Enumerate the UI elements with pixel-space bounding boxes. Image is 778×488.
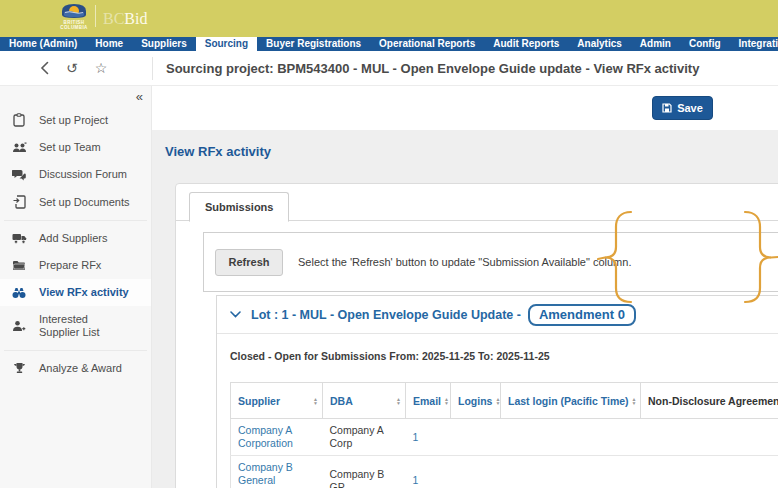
titlebar-actions: ↺ ☆ [0, 61, 152, 75]
dba-cell: Company B GP [323, 456, 406, 488]
column-header-dba[interactable]: DBA▲▼ [323, 383, 406, 419]
trophy-icon [10, 362, 28, 375]
tab-submissions[interactable]: Submissions [189, 192, 289, 222]
dba-cell: Company A Corp [323, 419, 406, 456]
nda-cell [641, 456, 778, 488]
logins-cell [451, 419, 501, 456]
bc-logo-icon [60, 2, 88, 20]
sort-icon[interactable]: ▲▼ [313, 397, 318, 405]
bcbid-app-window: BRITISH COLUMBIA BCBid Home (Admin) Home… [0, 0, 778, 488]
sidebar-item-label: Set up Project [39, 114, 108, 127]
sidebar-item-discussion-forum[interactable]: Discussion Forum [0, 161, 151, 188]
bcbid-wordmark: BCBid [103, 11, 147, 27]
back-icon[interactable] [40, 61, 49, 75]
nav-suppliers[interactable]: Suppliers [132, 37, 196, 51]
column-header-last-login[interactable]: Last login (Pacific Time)▲▼ [501, 383, 641, 419]
last-login-cell [501, 456, 641, 488]
nav-integration[interactable]: Integration [730, 37, 778, 51]
nav-sourcing[interactable]: Sourcing [196, 37, 257, 51]
binoculars-icon [10, 287, 28, 299]
nav-analytics[interactable]: Analytics [568, 37, 630, 51]
lot-section: Lot : 1 - MUL - Open Envelope Guide Upda… [216, 295, 778, 488]
chevron-down-icon[interactable] [230, 311, 241, 318]
nav-audit-reports[interactable]: Audit Reports [484, 37, 568, 51]
section-heading: View RFx activity [165, 144, 271, 159]
nav-home[interactable]: Home [86, 37, 132, 51]
main-navigation: Home (Admin) Home Suppliers Sourcing Buy… [0, 37, 778, 51]
history-icon[interactable]: ↺ [66, 61, 78, 75]
email-count-link[interactable]: 1 [406, 419, 451, 456]
column-header-logins[interactable]: Logins▲▼ [451, 383, 501, 419]
nda-cell [641, 419, 778, 456]
app-header: BRITISH COLUMBIA BCBid [0, 0, 778, 37]
refresh-panel: Refresh Select the 'Refresh' button to u… [203, 232, 778, 292]
sidebar-item-label: Discussion Forum [39, 168, 127, 181]
sidebar-item-set-up-documents[interactable]: Set up Documents [0, 188, 151, 216]
sort-icon[interactable]: ▲▼ [632, 397, 637, 405]
column-header-supplier[interactable]: Supplier▲▼ [231, 383, 323, 419]
nav-buyer-registrations[interactable]: Buyer Registrations [257, 37, 370, 51]
nav-operational-reports[interactable]: Operational Reports [370, 37, 484, 51]
last-login-cell [501, 419, 641, 456]
save-disk-icon [662, 103, 672, 113]
tab-bar: Submissions [176, 184, 778, 221]
sidebar-item-label: Add Suppliers [39, 232, 108, 245]
titlebar-divider [152, 57, 153, 80]
email-count-link[interactable]: 1 [406, 456, 451, 488]
refresh-instruction: Select the 'Refresh' button to update "S… [298, 256, 631, 268]
truck-icon [10, 233, 28, 244]
lot-header[interactable]: Lot : 1 - MUL - Open Envelope Guide Upda… [217, 296, 778, 334]
action-strip: Save [152, 86, 778, 130]
sidebar-item-add-suppliers[interactable]: Add Suppliers [0, 225, 151, 252]
sidebar-item-label: Prepare RFx [39, 259, 101, 272]
sidebar-item-label: Interested Supplier List [39, 313, 131, 339]
project-sidebar: « Set up Project Set up Team Discussion … [0, 86, 152, 488]
brand-area[interactable]: BRITISH COLUMBIA BCBid [60, 2, 147, 30]
favorite-star-icon[interactable]: ☆ [95, 61, 108, 75]
brand-divider [95, 5, 96, 27]
column-header-nda: Non-Disclosure Agreement [641, 383, 778, 419]
sort-icon[interactable]: ▲▼ [396, 397, 401, 405]
person-add-icon [10, 320, 28, 332]
page-title: Sourcing project: BPM543400 - MUL - Open… [152, 61, 699, 76]
lot-title: Lot : 1 - MUL - Open Envelope Guide Upda… [251, 308, 521, 322]
title-bar: ↺ ☆ Sourcing project: BPM543400 - MUL - … [0, 51, 778, 86]
sort-icon[interactable]: ▲▼ [444, 397, 449, 405]
table-row: Company A Corporation Company A Corp 1 [231, 419, 778, 456]
lot-status-line: Closed - Open for Submissions From: 2025… [217, 334, 778, 362]
save-button-label: Save [677, 102, 703, 114]
document-import-icon [10, 195, 28, 209]
nav-config[interactable]: Config [680, 37, 730, 51]
sidebar-item-label: Analyze & Award [39, 362, 122, 375]
sidebar-item-label: View RFx activity [39, 286, 129, 299]
sidebar-item-view-rfx-activity[interactable]: View RFx activity [0, 279, 151, 306]
table-row: Company B General Partnership Company B … [231, 456, 778, 488]
amendment-badge: Amendment 0 [528, 304, 636, 326]
sidebar-item-interested-supplier-list[interactable]: Interested Supplier List [0, 306, 151, 346]
main-content: Save View RFx activity Submissions Refre… [152, 86, 778, 488]
bc-government-logo: BRITISH COLUMBIA [60, 2, 88, 30]
wordmark-bid: Bid [124, 10, 147, 27]
nav-admin[interactable]: Admin [631, 37, 680, 51]
save-button[interactable]: Save [652, 96, 713, 120]
supplier-link[interactable]: Company B General Partnership [231, 456, 323, 488]
supplier-link[interactable]: Company A Corporation [231, 419, 323, 456]
sidebar-divider [4, 220, 147, 221]
submissions-table: Supplier▲▼ DBA▲▼ Email▲▼ Logins▲▼ Last l… [230, 382, 778, 488]
sidebar-divider [4, 350, 147, 351]
refresh-button[interactable]: Refresh [215, 249, 283, 276]
sidebar-item-label: Set up Documents [39, 196, 130, 209]
nav-home-admin[interactable]: Home (Admin) [0, 37, 86, 51]
wordmark-bc: BC [103, 10, 124, 27]
sidebar-collapse-icon[interactable]: « [136, 89, 143, 104]
team-icon [10, 142, 28, 154]
sidebar-item-analyze-award[interactable]: Analyze & Award [0, 355, 151, 382]
sidebar-item-prepare-rfx[interactable]: Prepare RFx [0, 252, 151, 279]
logins-cell [451, 456, 501, 488]
sort-icon[interactable]: ▲▼ [495, 397, 500, 405]
column-header-email[interactable]: Email▲▼ [406, 383, 451, 419]
sidebar-item-set-up-team[interactable]: Set up Team [0, 134, 151, 161]
folder-icon [10, 260, 28, 271]
sidebar-item-set-up-project[interactable]: Set up Project [0, 106, 151, 134]
logo-caption-line2: COLUMBIA [60, 25, 87, 30]
